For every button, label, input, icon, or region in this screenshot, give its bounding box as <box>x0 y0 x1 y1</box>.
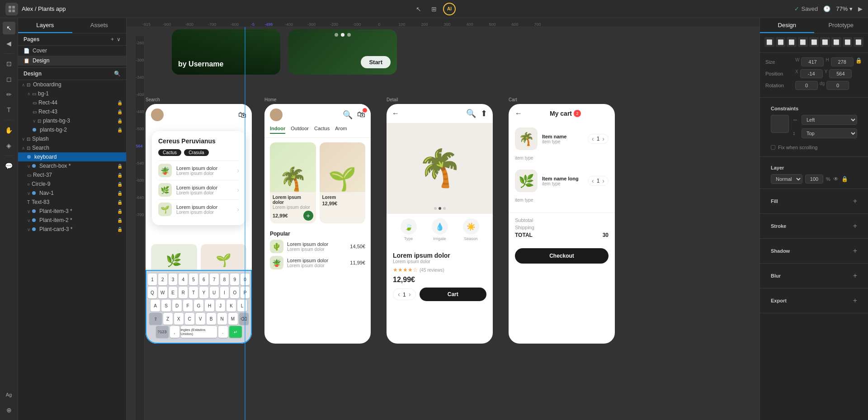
popular-item-1[interactable]: 🌵 Lorem ipsum dolor Lorem ipsum dolor 14… <box>270 240 365 253</box>
align-center-v-btn[interactable]: ⬜ <box>820 37 830 47</box>
kb-key-3[interactable]: 3 <box>169 274 178 285</box>
kb-key-r[interactable]: R <box>179 287 188 298</box>
add-export-btn[interactable]: + <box>853 297 857 305</box>
kb-key-enter[interactable]: ↵ <box>229 326 242 338</box>
qty-minus-btn[interactable]: ‹ <box>398 291 400 298</box>
kb-key-period[interactable]: . <box>218 326 228 338</box>
layer-plants-bg2[interactable]: plants-bg-2 🔒 <box>18 125 126 134</box>
qty-minus-2[interactable]: ‹ <box>592 177 594 184</box>
kb-key-c[interactable]: C <box>185 313 194 325</box>
add-stroke-btn[interactable]: + <box>853 222 857 230</box>
back-btn[interactable]: ← <box>392 109 399 118</box>
opacity-input[interactable] <box>805 175 823 184</box>
visibility-btn[interactable]: 👁 <box>833 176 839 182</box>
fix-scroll-checkbox[interactable] <box>771 145 775 150</box>
blend-mode-select[interactable]: Normal <box>771 174 802 184</box>
page-item-design[interactable]: 📋 Design <box>18 56 126 66</box>
checkout-btn[interactable]: Checkout <box>515 248 609 264</box>
kb-key-g[interactable]: G <box>194 300 203 311</box>
kb-key-v[interactable]: V <box>196 313 205 325</box>
frame-tool[interactable]: ⊞ <box>428 3 440 15</box>
kb-key-6[interactable]: 6 <box>199 274 208 285</box>
kb-key-t[interactable]: T <box>189 287 198 298</box>
search-result-3[interactable]: 🌱 Lorem ipsum dolor Lorem ipsum dolor › <box>158 199 239 219</box>
kb-key-m[interactable]: M <box>228 313 238 325</box>
layer-plants-bg3[interactable]: ∨ ⊡ plants-bg-3 🔒 <box>18 116 126 125</box>
qty-minus[interactable]: ‹ <box>592 135 594 142</box>
kb-key-k[interactable]: K <box>226 300 236 311</box>
kb-key-8[interactable]: 8 <box>220 274 229 285</box>
kb-key-a[interactable]: A <box>151 300 160 311</box>
kb-key-j[interactable]: J <box>216 300 225 311</box>
more-tools[interactable]: ⊕ <box>3 404 15 416</box>
shape-tool[interactable]: ◻ <box>3 73 15 85</box>
rotation-input[interactable] <box>795 81 818 90</box>
distribute-v-btn[interactable]: ⬜ <box>843 37 853 47</box>
align-bottom-btn[interactable]: ⬜ <box>831 37 841 47</box>
plant-card-2[interactable]: 🌱 Lorem 12,99€ <box>320 142 366 223</box>
kb-key-i[interactable]: I <box>220 287 229 298</box>
kb-key-b[interactable]: B <box>207 313 216 325</box>
hand-tool[interactable]: ✋ <box>3 124 15 137</box>
layer-nav1[interactable]: ∨ Nav-1 🔒 <box>18 189 126 198</box>
layer-search-frame[interactable]: ∧ ⊡ Search <box>18 143 126 152</box>
back-nav[interactable]: ◀ <box>3 37 15 50</box>
cart-item-qty-2[interactable]: ‹ 1 › <box>588 176 609 186</box>
kb-key-f[interactable]: F <box>183 300 193 311</box>
qty-plus[interactable]: › <box>602 135 604 142</box>
tab-design[interactable]: Design <box>760 18 814 33</box>
cat-indoor[interactable]: Indoor <box>270 126 285 134</box>
search-result-2[interactable]: 🌿 Lorem ipsum dolor Lorem ipsum dolor › <box>158 180 239 199</box>
canvas-content[interactable]: -260 -300 -340 -400 -440 -500 564 -540 -… <box>136 27 760 420</box>
kb-key-h[interactable]: H <box>205 300 214 311</box>
align-center-h-btn[interactable]: ⬜ <box>776 37 786 47</box>
pages-expand-btn[interactable]: ∨ <box>117 36 121 42</box>
kb-key-7[interactable]: 7 <box>210 274 219 285</box>
cart-back-btn[interactable]: ← <box>515 109 522 118</box>
align-top-btn[interactable]: ⬜ <box>809 37 819 47</box>
qty-selector[interactable]: ‹ 1 › <box>393 288 416 300</box>
comment-tool[interactable]: 💬 <box>3 160 15 172</box>
tab-layers[interactable]: Layers <box>18 18 72 33</box>
tab-prototype[interactable]: Prototype <box>814 18 868 33</box>
layer-circle9[interactable]: ○ Circle-9 🔒 <box>18 179 126 189</box>
layer-rect43[interactable]: ▭ Rect-43 🔒 <box>18 107 126 116</box>
tab-assets[interactable]: Assets <box>72 18 127 33</box>
constraint-v-select[interactable]: Top <box>802 128 857 138</box>
keyboard[interactable]: 1 2 3 4 5 6 7 8 9 0 Q <box>146 270 252 344</box>
app-logo[interactable] <box>5 3 18 15</box>
kb-key-w[interactable]: W <box>158 287 167 298</box>
kb-key-2[interactable]: 2 <box>158 274 167 285</box>
kb-key-shift[interactable]: ⇧ <box>149 313 162 325</box>
align-left-btn[interactable]: ⬜ <box>764 37 774 47</box>
kb-key-4[interactable]: 4 <box>179 274 188 285</box>
lock-layer-btn[interactable]: 🔒 <box>841 176 848 182</box>
lock-proportions-btn[interactable]: 🔒 <box>855 57 862 66</box>
kb-key-n[interactable]: N <box>217 313 227 325</box>
kb-key-s[interactable]: S <box>161 300 171 311</box>
add-blur-btn[interactable]: + <box>853 272 857 280</box>
fix-when-scrolling[interactable]: Fix when scrolling <box>765 143 863 152</box>
canvas[interactable]: -915 -900 -800 -700 -600 -5 -498 -400 -3… <box>127 18 760 420</box>
layer-splash[interactable]: ∨ ⊡ Splash <box>18 134 126 143</box>
share-icon[interactable]: ⬆ <box>481 109 487 118</box>
component-tool[interactable]: ◈ <box>3 139 15 152</box>
cat-outdoor[interactable]: Outdoor <box>291 126 309 134</box>
add-to-cart-btn[interactable]: Cart <box>420 288 486 301</box>
frame-tool[interactable]: ⊡ <box>3 57 15 70</box>
kb-key-u[interactable]: U <box>210 287 219 298</box>
zoom-control[interactable]: 77% ▾ <box>836 5 853 12</box>
add-fill-btn[interactable]: + <box>853 197 857 205</box>
kb-key-z[interactable]: Z <box>163 313 173 325</box>
cat-arom[interactable]: Arom <box>335 126 347 134</box>
align-right-btn[interactable]: ⬜ <box>787 37 797 47</box>
kb-key-9[interactable]: 9 <box>230 274 239 285</box>
kb-key-numbers[interactable]: ?123 <box>156 326 169 338</box>
ai-badge[interactable]: AI <box>443 3 456 15</box>
kb-key-x[interactable]: X <box>174 313 184 325</box>
layer-plantitem2[interactable]: ∨ Plant-item-2 * 🔒 <box>18 216 126 225</box>
pen-tool[interactable]: ✏ <box>3 88 15 101</box>
search-icon[interactable]: 🔍 <box>466 109 476 118</box>
constraint-h-select[interactable]: Left <box>802 115 857 125</box>
cart-item-qty-1[interactable]: ‹ 1 › <box>588 134 609 144</box>
